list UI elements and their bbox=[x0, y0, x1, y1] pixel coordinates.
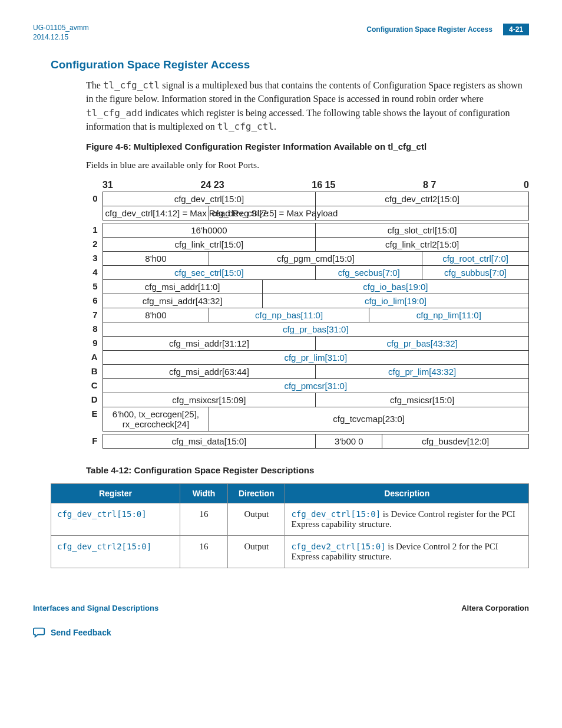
bitfield-cell: cfg_msicsr[15:0] bbox=[316, 393, 529, 407]
bitfield-row: Fcfg_msi_data[15:0]3'b00 0cfg_busdev[12:… bbox=[86, 434, 529, 448]
figure-title: Figure 4-6: Multiplexed Configuration Re… bbox=[86, 141, 529, 151]
section-title: Configuration Space Register Access bbox=[51, 58, 529, 71]
row-address: 4 bbox=[86, 265, 103, 279]
row-address: 8 bbox=[86, 322, 103, 336]
bitfield-cell: cfg_slot_ctrl[15:0] bbox=[316, 223, 529, 237]
row-address: F bbox=[86, 434, 103, 448]
row-address bbox=[86, 206, 103, 220]
bitfield-row: cfg_dev_ctrl[14:12] = Max Read Req Sizec… bbox=[86, 206, 529, 220]
bitfield-cell: cfg_pr_bas[43:32] bbox=[316, 336, 529, 350]
register-desc-signal: cfg_dev_ctrl[15:0] bbox=[291, 509, 381, 519]
bitfield-cell: cfg_link_ctrl[15:0] bbox=[103, 237, 316, 251]
breadcrumb: Configuration Space Register Access bbox=[366, 25, 492, 34]
row-address: E bbox=[86, 407, 103, 431]
header-right: Configuration Space Register Access 4-21 bbox=[366, 24, 529, 35]
bitfield-row: 4cfg_sec_ctrl[15:0]cfg_secbus[7:0]cfg_su… bbox=[86, 265, 529, 279]
page-footer: Interfaces and Signal Descriptions Alter… bbox=[33, 604, 529, 612]
register-description: cfg_dev2_ctrl[15:0] is Device Control 2 … bbox=[285, 535, 529, 568]
bitfield-row: Dcfg_msixcsr[15:09]cfg_msicsr[15:0] bbox=[86, 393, 529, 407]
bitfield-cell: cfg_msi_addr[63:44] bbox=[103, 364, 316, 378]
bitfield-cell: cfg_msi_addr[11:0] bbox=[103, 279, 262, 294]
register-description: cfg_dev_ctrl[15:0] is Device Control reg… bbox=[285, 503, 529, 535]
bitfield-row: 8cfg_pr_bas[31:0] bbox=[86, 322, 529, 336]
bitfield-cell bbox=[316, 206, 529, 220]
register-desc-signal: cfg_dev2_ctrl[15:0] bbox=[291, 542, 385, 551]
row-address: 1 bbox=[86, 223, 103, 237]
bitfield-figure: 31 24 23 16 15 8 7 0 0cfg_dev_ctrl[15:0]… bbox=[86, 180, 529, 449]
row-address: B bbox=[86, 364, 103, 378]
bitfield-cell: cfg_busdev[12:0] bbox=[382, 434, 529, 448]
doc-date: 2014.12.15 bbox=[33, 33, 89, 42]
bitfield-cell: 3'b00 0 bbox=[316, 434, 382, 448]
bitfield-cell: cfg_subbus[7:0] bbox=[422, 265, 529, 279]
doc-id-block: UG-01105_avmm 2014.12.15 bbox=[33, 24, 89, 42]
bitfield-cell: cfg_io_lim[19:0] bbox=[262, 294, 528, 308]
bitfield-row: 116'h0000cfg_slot_ctrl[15:0] bbox=[86, 223, 529, 237]
bitfield-row: Bcfg_msi_addr[63:44]cfg_pr_lim[43:32] bbox=[86, 364, 529, 378]
row-address: 0 bbox=[86, 192, 103, 206]
bitfield-cell: cfg_dev_ctrl[15:0] bbox=[103, 192, 316, 206]
table-title: Table 4-12: Configuration Space Register… bbox=[86, 465, 529, 475]
feedback-icon bbox=[33, 625, 46, 640]
bitfield-cell: cfg_msixcsr[15:09] bbox=[103, 393, 316, 407]
bitfield-row: 0cfg_dev_ctrl[15:0]cfg_dev_ctrl2[15:0] bbox=[86, 192, 529, 206]
bitfield-cell: 8'h00 bbox=[103, 308, 209, 322]
row-address: 3 bbox=[86, 251, 103, 265]
bitfield-table: 0cfg_dev_ctrl[15:0]cfg_dev_ctrl2[15:0]cf… bbox=[86, 192, 529, 449]
page-header: UG-01105_avmm 2014.12.15 Configuration S… bbox=[33, 24, 529, 42]
footer-left[interactable]: Interfaces and Signal Descriptions bbox=[33, 604, 158, 612]
bitfield-cell: 6'h00, tx_ecrcgen[25], rx_ecrccheck[24] bbox=[103, 407, 209, 431]
bitfield-cell: cfg_dev_ctrl2[15:0] bbox=[316, 192, 529, 206]
signal-ref-2: tl_cfg_add bbox=[86, 107, 143, 118]
table-row: cfg_dev_ctrl2[15:0]16Outputcfg_dev2_ctrl… bbox=[51, 535, 529, 568]
th-width: Width bbox=[180, 483, 227, 503]
page-number: 4-21 bbox=[503, 24, 529, 35]
bitfield-cell: cfg_msi_addr[31:12] bbox=[103, 336, 316, 350]
bitfield-cell: cfg_msi_data[15:0] bbox=[103, 434, 316, 448]
signal-ref-1: tl_cfg_ctl bbox=[103, 80, 160, 91]
register-width: 16 bbox=[180, 503, 227, 535]
bitfield-cell: cfg_pgm_cmd[15:0] bbox=[209, 251, 422, 265]
row-address: 2 bbox=[86, 237, 103, 251]
bitfield-row: Ccfg_pmcsr[31:0] bbox=[86, 378, 529, 393]
bitfield-cell: 8'h00 bbox=[103, 251, 209, 265]
feedback-label: Send Feedback bbox=[51, 628, 111, 637]
register-desc-table: Register Width Direction Description cfg… bbox=[51, 483, 529, 568]
bitfield-cell: cfg_link_ctrl2[15:0] bbox=[316, 237, 529, 251]
row-address: D bbox=[86, 393, 103, 407]
bitfield-cell: cfg_np_bas[11:0] bbox=[209, 308, 369, 322]
register-width: 16 bbox=[180, 535, 227, 568]
bitfield-row: E6'h00, tx_ecrcgen[25], rx_ecrccheck[24]… bbox=[86, 407, 529, 431]
bit-header: 31 24 23 16 15 8 7 0 bbox=[86, 180, 529, 190]
figure-note: Fields in blue are available only for Ro… bbox=[86, 160, 529, 170]
bitfield-cell: cfg_np_lim[11:0] bbox=[369, 308, 528, 322]
bitfield-cell: cfg_pr_lim[31:0] bbox=[103, 350, 529, 364]
bitfield-cell: cfg_root_ctrl[7:0] bbox=[422, 251, 529, 265]
row-address: 5 bbox=[86, 279, 103, 294]
row-address: 6 bbox=[86, 294, 103, 308]
bitfield-cell: cfg_pr_bas[31:0] bbox=[103, 322, 529, 336]
bitfield-cell: cfg_pr_lim[43:32] bbox=[316, 364, 529, 378]
bitfield-cell: cfg_io_bas[19:0] bbox=[262, 279, 528, 294]
bitfield-row: 5cfg_msi_addr[11:0]cfg_io_bas[19:0] bbox=[86, 279, 529, 294]
bitfield-row: 6cfg_msi_addr[43:32]cfg_io_lim[19:0] bbox=[86, 294, 529, 308]
bitfield-cell: cfg_sec_ctrl[15:0] bbox=[103, 265, 316, 279]
row-address: C bbox=[86, 378, 103, 393]
table-row: cfg_dev_ctrl[15:0]16Outputcfg_dev_ctrl[1… bbox=[51, 503, 529, 535]
row-address: 9 bbox=[86, 336, 103, 350]
send-feedback-link[interactable]: Send Feedback bbox=[33, 625, 529, 640]
bitfield-cell: cfg_dev_ctrl[7:5] = Max Payload bbox=[209, 206, 316, 220]
bitfield-cell: cfg_secbus[7:0] bbox=[316, 265, 422, 279]
doc-id: UG-01105_avmm bbox=[33, 24, 89, 33]
th-description: Description bbox=[285, 483, 529, 503]
register-direction: Output bbox=[228, 535, 285, 568]
bitfield-cell: cfg_tcvcmap[23:0] bbox=[209, 407, 529, 431]
bitfield-row: 2cfg_link_ctrl[15:0]cfg_link_ctrl2[15:0] bbox=[86, 237, 529, 251]
bitfield-row: 9cfg_msi_addr[31:12]cfg_pr_bas[43:32] bbox=[86, 336, 529, 350]
register-name: cfg_dev_ctrl2[15:0] bbox=[57, 542, 151, 551]
th-direction: Direction bbox=[228, 483, 285, 503]
row-address: 7 bbox=[86, 308, 103, 322]
row-address: A bbox=[86, 350, 103, 364]
th-register: Register bbox=[51, 483, 180, 503]
signal-ref-3: tl_cfg_ctl bbox=[217, 121, 274, 132]
